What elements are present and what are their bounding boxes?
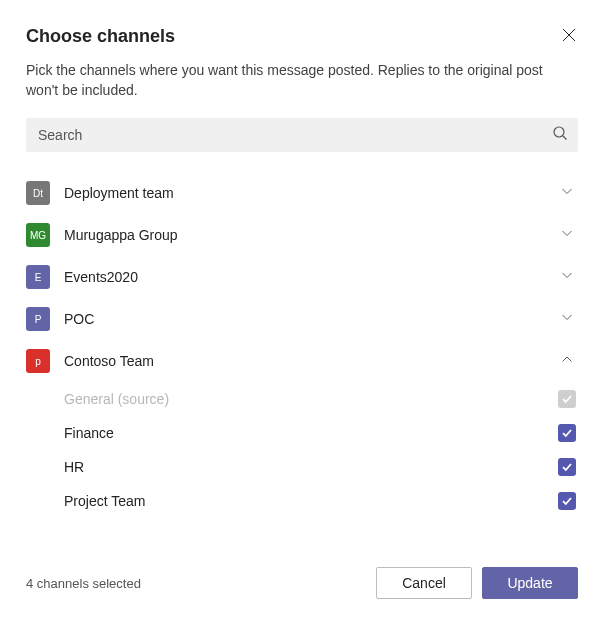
dialog-footer: 4 channels selected Cancel Update (26, 567, 578, 599)
chevron-up-icon (560, 352, 574, 370)
channel-checkbox[interactable] (558, 458, 576, 476)
chevron-down-icon (560, 268, 574, 286)
channel-row-hr[interactable]: HR (26, 450, 578, 484)
team-name: POC (64, 311, 560, 327)
channel-name: Project Team (64, 493, 558, 509)
selection-status: 4 channels selected (26, 576, 141, 591)
search-field (26, 118, 578, 152)
update-button[interactable]: Update (482, 567, 578, 599)
channel-row-project-team[interactable]: Project Team (26, 484, 578, 518)
channel-checkbox[interactable] (558, 492, 576, 510)
team-name: Events2020 (64, 269, 560, 285)
chevron-down-icon (560, 184, 574, 202)
team-row-poc[interactable]: P POC (26, 298, 578, 340)
channel-checkbox[interactable] (558, 424, 576, 442)
team-row-deployment[interactable]: Dt Deployment team (26, 172, 578, 214)
dialog-description: Pick the channels where you want this me… (26, 61, 578, 100)
footer-actions: Cancel Update (376, 567, 578, 599)
channel-row-general: General (source) (26, 382, 578, 416)
channel-row-finance[interactable]: Finance (26, 416, 578, 450)
team-row-contoso[interactable]: p Contoso Team (26, 340, 578, 382)
team-row-events[interactable]: E Events2020 (26, 256, 578, 298)
search-input[interactable] (26, 118, 578, 152)
team-name: Murugappa Group (64, 227, 560, 243)
team-name: Contoso Team (64, 353, 560, 369)
close-icon (562, 28, 576, 45)
team-row-murugappa[interactable]: MG Murugappa Group (26, 214, 578, 256)
dialog-title: Choose channels (26, 26, 175, 47)
team-avatar: p (26, 349, 50, 373)
team-name: Deployment team (64, 185, 560, 201)
close-button[interactable] (560, 26, 578, 47)
team-avatar: P (26, 307, 50, 331)
team-avatar: E (26, 265, 50, 289)
cancel-button[interactable]: Cancel (376, 567, 472, 599)
team-list: Dt Deployment team MG Murugappa Group E … (26, 172, 578, 518)
chevron-down-icon (560, 226, 574, 244)
chevron-down-icon (560, 310, 574, 328)
channel-name: General (source) (64, 391, 558, 407)
channel-list-contoso: General (source) Finance HR Project Team (26, 382, 578, 518)
channel-name: HR (64, 459, 558, 475)
channel-checkbox (558, 390, 576, 408)
channel-name: Finance (64, 425, 558, 441)
team-avatar: Dt (26, 181, 50, 205)
team-avatar: MG (26, 223, 50, 247)
